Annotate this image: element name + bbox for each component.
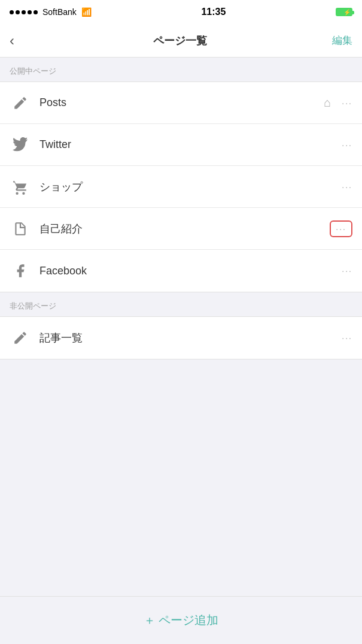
private-pages-list: 記事一覧 ··· bbox=[0, 316, 362, 359]
status-bar: SoftBank 📶 11:35 ⚡ bbox=[0, 0, 362, 24]
facebook-icon bbox=[10, 260, 31, 282]
item-label: ショップ bbox=[39, 180, 342, 194]
more-menu-button[interactable]: ··· bbox=[342, 98, 352, 108]
signal-dot-1 bbox=[10, 10, 14, 14]
edit-icon bbox=[10, 92, 31, 114]
public-section-header: 公開中ページ bbox=[0, 58, 362, 81]
signal-dot-4 bbox=[28, 10, 32, 14]
item-actions: ··· bbox=[342, 182, 352, 192]
signal-dot-2 bbox=[16, 10, 20, 14]
status-bar-left: SoftBank 📶 bbox=[10, 7, 92, 17]
home-icon: ⌂ bbox=[324, 96, 331, 110]
list-item: Facebook ··· bbox=[0, 250, 362, 292]
signal-dots bbox=[10, 10, 38, 14]
list-item: ショップ ··· bbox=[0, 166, 362, 208]
item-actions: ⌂ ··· bbox=[324, 96, 352, 110]
item-actions: ··· bbox=[330, 220, 352, 237]
edit-button[interactable]: 編集 bbox=[332, 34, 352, 47]
battery-bolt: ⚡ bbox=[343, 9, 351, 16]
item-label: Facebook bbox=[39, 265, 342, 277]
nav-bar: ‹ ページ一覧 編集 bbox=[0, 24, 362, 58]
more-menu-button[interactable]: ··· bbox=[342, 333, 352, 343]
page-title: ページ一覧 bbox=[153, 34, 207, 48]
list-item: 記事一覧 ··· bbox=[0, 317, 362, 359]
item-actions: ··· bbox=[342, 333, 352, 343]
shop-icon bbox=[10, 176, 31, 198]
add-page-section: ＋ ページ追加 bbox=[0, 596, 362, 644]
status-bar-right: ⚡ bbox=[336, 8, 352, 16]
item-label: 自己紹介 bbox=[39, 222, 330, 236]
private-section-header: 非公開ページ bbox=[0, 292, 362, 316]
more-menu-button-highlighted[interactable]: ··· bbox=[330, 220, 352, 237]
back-button[interactable]: ‹ bbox=[10, 32, 28, 49]
page-icon bbox=[10, 218, 31, 240]
item-actions: ··· bbox=[342, 140, 352, 150]
signal-dot-3 bbox=[22, 10, 26, 14]
more-menu-button[interactable]: ··· bbox=[342, 266, 352, 276]
list-item: 自己紹介 ··· bbox=[0, 208, 362, 250]
item-actions: ··· bbox=[342, 266, 352, 276]
add-page-button[interactable]: ＋ ページ追加 bbox=[144, 612, 219, 628]
signal-dot-5 bbox=[34, 10, 38, 14]
item-label: 記事一覧 bbox=[39, 331, 342, 345]
twitter-icon bbox=[10, 134, 31, 156]
status-time: 11:35 bbox=[201, 7, 226, 17]
list-item: Twitter ··· bbox=[0, 124, 362, 166]
item-label: Twitter bbox=[39, 138, 342, 151]
wifi-icon: 📶 bbox=[81, 7, 92, 17]
list-item: Posts ⌂ ··· bbox=[0, 82, 362, 124]
public-pages-list: Posts ⌂ ··· Twitter ··· ショップ ··· bbox=[0, 81, 362, 292]
edit-icon bbox=[10, 327, 31, 349]
item-label: Posts bbox=[39, 96, 324, 109]
more-menu-button[interactable]: ··· bbox=[342, 140, 352, 150]
more-menu-button[interactable]: ··· bbox=[342, 182, 352, 192]
battery-icon: ⚡ bbox=[336, 8, 352, 16]
carrier-name: SoftBank bbox=[42, 7, 77, 17]
